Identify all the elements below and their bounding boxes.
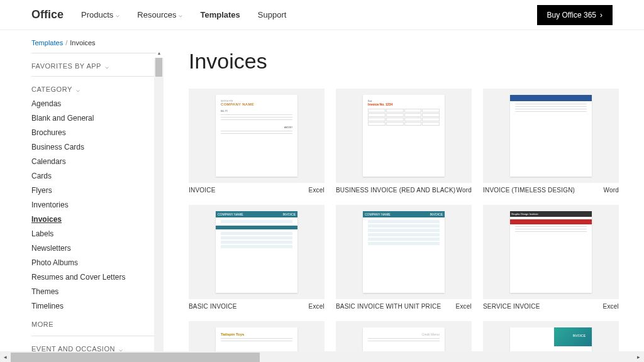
category-item-invoices[interactable]: Invoices — [31, 215, 156, 224]
primary-nav: Products⌵ Resources⌵ Templates Support — [81, 10, 286, 19]
template-app: Excel — [309, 187, 325, 194]
event-section-header[interactable]: EVENT AND OCCASION⌵ — [31, 336, 156, 351]
category-item-resumes-and-cover-letters[interactable]: Resumes and Cover Letters — [31, 273, 156, 282]
nav-resources[interactable]: Resources⌵ — [137, 10, 182, 19]
template-card: Credit Memo — [336, 321, 472, 351]
category-more[interactable]: MORE — [31, 318, 156, 328]
sidebar-scrollbar[interactable]: ▴ ▾ — [154, 58, 164, 351]
template-card: DateInvoice No. 1234 BUSINESS INVOICE (R… — [336, 89, 472, 194]
sidebar: Templates/Invoices FAVORITES BY APP⌵ CAT… — [0, 30, 164, 351]
nav-resources-label: Resources — [137, 10, 176, 19]
scrollbar-thumb[interactable] — [155, 58, 162, 77]
chevron-down-icon: ⌵ — [116, 11, 119, 18]
template-card: COMPANY NAMEINVOICE BASIC INVOICE WITH U… — [336, 205, 472, 310]
template-thumbnail[interactable] — [483, 89, 619, 183]
category-item-cards[interactable]: Cards — [31, 172, 156, 180]
category-item-blank-and-general[interactable]: Blank and General — [31, 114, 156, 123]
scroll-up-icon[interactable]: ▴ — [154, 48, 164, 58]
template-name: BASIC INVOICE — [189, 303, 237, 310]
template-card: INVOICE (TIMELESS DESIGN)Word — [483, 89, 619, 194]
template-name: INVOICE — [189, 187, 216, 194]
template-thumbnail[interactable]: Credit Memo — [336, 321, 472, 351]
favorites-section-header[interactable]: FAVORITES BY APP⌵ — [31, 53, 156, 76]
nav-products[interactable]: Products⌵ — [81, 10, 119, 19]
horizontal-scrollbar[interactable]: ◂ ▸ — [0, 351, 644, 362]
category-list: AgendasBlank and GeneralBrochuresBusines… — [31, 99, 156, 318]
template-card: INVOICE FORCOMPANY NAMEBILL TOAMOUNT INV… — [189, 89, 325, 194]
breadcrumb-root[interactable]: Templates — [31, 39, 63, 47]
favorites-header-label: FAVORITES BY APP — [31, 62, 101, 70]
template-app: Excel — [309, 303, 325, 310]
category-item-newsletters[interactable]: Newsletters — [31, 244, 156, 253]
template-thumbnail[interactable]: Graphic Design Institute — [483, 205, 619, 299]
scrollbar-track[interactable] — [11, 351, 633, 362]
breadcrumb: Templates/Invoices — [31, 30, 156, 53]
category-section-header[interactable]: CATEGORY⌵ — [31, 77, 156, 99]
nav-products-label: Products — [81, 10, 113, 19]
page-title: Invoices — [189, 49, 619, 74]
category-item-business-cards[interactable]: Business Cards — [31, 143, 156, 151]
template-name: BASIC INVOICE WITH UNIT PRICE — [336, 303, 441, 310]
category-item-agendas[interactable]: Agendas — [31, 99, 156, 108]
template-card: Tailspin Toys — [189, 321, 325, 351]
nav-support-label: Support — [258, 10, 287, 19]
category-item-inventories[interactable]: Inventories — [31, 200, 156, 209]
breadcrumb-current: Invoices — [70, 39, 95, 47]
buy-office-button[interactable]: Buy Office 365› — [537, 5, 613, 25]
scroll-left-icon[interactable]: ◂ — [0, 351, 11, 362]
template-grid: INVOICE FORCOMPANY NAMEBILL TOAMOUNT INV… — [189, 89, 619, 351]
category-item-brochures[interactable]: Brochures — [31, 128, 156, 137]
nav-templates[interactable]: Templates — [200, 10, 240, 19]
chevron-down-icon: ⌵ — [179, 11, 182, 18]
main-content: Invoices INVOICE FORCOMPANY NAMEBILL TOA… — [164, 30, 644, 351]
template-thumbnail[interactable]: INVOICE FORCOMPANY NAMEBILL TOAMOUNT — [189, 89, 325, 183]
template-app: Word — [603, 187, 619, 194]
category-item-themes[interactable]: Themes — [31, 287, 156, 296]
brand-logo[interactable]: Office — [31, 8, 64, 21]
template-name: INVOICE (TIMELESS DESIGN) — [483, 187, 575, 194]
template-card: Graphic Design Institute SERVICE INVOICE… — [483, 205, 619, 310]
topbar: Office Products⌵ Resources⌵ Templates Su… — [0, 0, 644, 30]
template-thumbnail[interactable]: Tailspin Toys — [189, 321, 325, 351]
template-card: INVOICE — [483, 321, 619, 351]
nav-templates-label: Templates — [200, 10, 240, 19]
template-name: BUSINESS INVOICE (RED AND BLACK) — [336, 187, 455, 194]
category-item-flyers[interactable]: Flyers — [31, 186, 156, 195]
category-item-calendars[interactable]: Calendars — [31, 157, 156, 166]
scroll-right-icon[interactable]: ▸ — [633, 351, 644, 362]
category-header-label: CATEGORY — [31, 85, 72, 93]
template-card: COMPANY NAMEINVOICE BASIC INVOICEExcel — [189, 205, 325, 310]
breadcrumb-sep: / — [63, 39, 70, 47]
template-app: Word — [456, 187, 472, 194]
chevron-down-icon: ⌵ — [105, 63, 109, 70]
cta-label: Buy Office 365 — [547, 11, 597, 19]
template-name: SERVICE INVOICE — [483, 303, 540, 310]
template-thumbnail[interactable]: COMPANY NAMEINVOICE — [189, 205, 325, 299]
template-app: Excel — [603, 303, 619, 310]
template-thumbnail[interactable]: DateInvoice No. 1234 — [336, 89, 472, 183]
scrollbar-thumb[interactable] — [11, 353, 260, 362]
template-app: Excel — [456, 303, 472, 310]
nav-support[interactable]: Support — [258, 10, 287, 19]
chevron-down-icon: ⌵ — [119, 346, 123, 352]
chevron-down-icon: ⌵ — [76, 86, 80, 93]
category-item-photo-albums[interactable]: Photo Albums — [31, 258, 156, 267]
template-thumbnail[interactable]: INVOICE — [483, 321, 619, 351]
event-header-label: EVENT AND OCCASION — [31, 345, 115, 351]
category-item-timelines[interactable]: Timelines — [31, 302, 156, 310]
chevron-right-icon: › — [600, 11, 602, 19]
template-thumbnail[interactable]: COMPANY NAMEINVOICE — [336, 205, 472, 299]
category-item-labels[interactable]: Labels — [31, 229, 156, 238]
